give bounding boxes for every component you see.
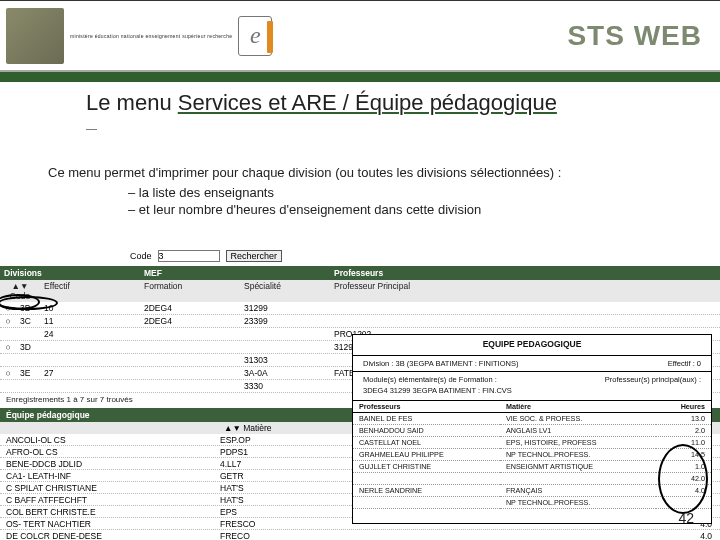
cell-spec: 31299	[240, 303, 330, 313]
pdf-pp-label: Professeur(s) principal(aux) :	[605, 375, 701, 384]
team-row: DE COLCR DENE-DESEFRECO4.0	[0, 530, 720, 540]
cell-spec: 3330	[240, 381, 330, 391]
hdr-mef: MEF	[140, 266, 330, 280]
pdf-division: Division : 3B (3EGPA BATIMENT : FINITION…	[363, 359, 518, 368]
cell-spec: 31303	[240, 355, 330, 365]
pdf-row: BENHADDOU SAIDANGLAIS LV12.0	[353, 425, 711, 437]
cell-form: 2DEG4	[140, 316, 240, 326]
pdf-effectif: Effectif : 0	[668, 359, 701, 368]
team-prof: C SPILAT CHRISTIANE	[0, 483, 220, 493]
topbar: ministère éducation nationale enseigneme…	[0, 0, 720, 72]
pdf-cell-h: 4.0	[656, 485, 711, 497]
pdf-division-line: Division : 3B (3EGPA BATIMENT : FINITION…	[353, 358, 711, 369]
pdf-cell-h: 14.5	[656, 449, 711, 461]
bullet-1: la liste des enseignants	[128, 184, 672, 202]
search-bar: Code Rechercher	[0, 248, 720, 262]
pdf-cell-h: 13.0	[656, 413, 711, 425]
bullet-list: la liste des enseignants et leur nombre …	[48, 184, 672, 219]
pdf-cell-mat: EPS, HISTOIRE, PROFESS	[500, 437, 656, 449]
sub-spec: Spécialité	[240, 280, 330, 302]
team-h: 4.0	[340, 531, 720, 541]
cell-code: 3C	[16, 316, 40, 326]
pdf-title: EQUIPE PEDAGOGIQUE	[353, 335, 711, 353]
pdf-cell-h: 1.0	[656, 461, 711, 473]
pdf-cell-mat: VIE SOC. & PROFESS.	[500, 413, 656, 425]
row-radio[interactable]: ○	[0, 368, 16, 378]
table-row[interactable]: ○3C112DEG423399	[0, 315, 720, 328]
pdf-row: CASTELLAT NOELEPS, HISTOIRE, PROFESS11.0	[353, 437, 711, 449]
team-prof: C BAFF ATFFECHFT	[0, 495, 220, 505]
pdf-cell-prof	[353, 473, 500, 485]
team-mat: 4.LL7	[220, 459, 340, 469]
team-prof: AFRO-OL CS	[0, 447, 220, 457]
cell-eff: 24	[40, 329, 140, 339]
sub-code[interactable]: ▲▼ Code	[0, 280, 40, 302]
row-radio[interactable]: ○	[0, 342, 16, 352]
team-mat: FRESCO	[220, 519, 340, 529]
pdf-cell-h: 2.0	[656, 425, 711, 437]
cell-spec: 3A-0A	[240, 368, 330, 378]
slide-title: Le menu Services et ARE / Équipe pédagog…	[0, 82, 720, 118]
row-radio[interactable]: ○	[0, 303, 16, 313]
title-underlined: Services et ARE / Équipe pédagogique	[178, 90, 557, 115]
pdf-tbody: BAINEL DE FESVIE SOC. & PROFESS.13.0BENH…	[353, 413, 711, 509]
cell-form: 2DEG4	[140, 303, 240, 313]
pdf-cell-prof: BENHADDOU SAID	[353, 425, 500, 437]
row-radio[interactable]: ○	[0, 316, 16, 326]
pdf-cell-prof: CASTELLAT NOEL	[353, 437, 500, 449]
pdf-mod-label: Module(s) élémentaire(s) de Formation :	[363, 375, 497, 384]
pdf-col-prof: Professeurs	[353, 401, 500, 413]
pdf-row: 42.0	[353, 473, 711, 485]
table-row[interactable]: ○3B102DEG431299	[0, 302, 720, 315]
hdr-divisions: Divisions	[0, 266, 140, 280]
pdf-cell-prof: GUJLLET CHRISTINE	[353, 461, 500, 473]
ministry-text: ministère éducation nationale enseigneme…	[70, 33, 232, 39]
pdf-col-h: Heures	[656, 401, 711, 413]
team-mat: FRECO	[220, 531, 340, 541]
pdf-cell-mat	[500, 473, 656, 485]
team-hdr-matiere[interactable]: ▲▼ Matière	[220, 422, 340, 434]
ministry-logo-icon: e	[238, 16, 272, 56]
students-photo	[6, 8, 64, 64]
bullet-2: et leur nombre d'heures d'enseignement d…	[128, 201, 672, 219]
cell-eff: 10	[40, 303, 140, 313]
pdf-cell-prof: GRAHMELEAU PHILIPPE	[353, 449, 500, 461]
pdf-cell-prof: BAINEL DE FES	[353, 413, 500, 425]
pdf-row: GUJLLET CHRISTINEENSEIGNMT ARTISTIQUE1.0	[353, 461, 711, 473]
logo-accent-bar	[267, 21, 273, 53]
pdf-cell-h	[656, 497, 711, 509]
pdf-col-mat: Matière	[500, 401, 656, 413]
cell-eff: 27	[40, 368, 140, 378]
team-mat: HAT'S	[220, 495, 340, 505]
sub-eff: Effectif	[40, 280, 140, 302]
team-prof: CA1- LEATH-INF	[0, 471, 220, 481]
pdf-cell-prof: NERLE SANDRINE	[353, 485, 500, 497]
pdf-cell-prof	[353, 497, 500, 509]
pdf-cell-mat: FRANÇAIS	[500, 485, 656, 497]
cell-spec: 23399	[240, 316, 330, 326]
body-text: Ce menu permet d'imprimer pour chaque di…	[0, 134, 720, 227]
cell-eff: 11	[40, 316, 140, 326]
search-button[interactable]: Rechercher	[226, 250, 283, 262]
page-number: 42	[678, 510, 694, 526]
team-prof: BENE-DDCB JDLID	[0, 459, 220, 469]
pdf-row: GRAHMELEAU PHILIPPENP TECHNOL.PROFESS.14…	[353, 449, 711, 461]
sub-form: Formation	[140, 280, 240, 302]
pdf-cell-mat: NP TECHNOL.PROFESS.	[500, 497, 656, 509]
search-label: Code	[130, 251, 152, 261]
intro-text: Ce menu permet d'imprimer pour chaque di…	[48, 164, 672, 182]
grid-subheader: ▲▼ Code Effectif Formation Spécialité Pr…	[0, 280, 720, 302]
grid-header: Divisions MEF Professeurs	[0, 266, 720, 280]
cell-code: 3B	[16, 303, 40, 313]
team-prof: ANCOLI-OL CS	[0, 435, 220, 445]
pdf-cell-mat: ANGLAIS LV1	[500, 425, 656, 437]
search-input[interactable]	[158, 250, 220, 262]
pdf-row: NERLE SANDRINEFRANÇAIS4.0	[353, 485, 711, 497]
pdf-mod-val: 3DEG4 31299 3EGPA BATIMENT : FIN.CVS	[363, 386, 512, 395]
team-mat: PDPS1	[220, 447, 340, 457]
pdf-cell-h: 42.0	[656, 473, 711, 485]
pdf-mod-val-line: 3DEG4 31299 3EGPA BATIMENT : FIN.CVS	[353, 385, 711, 396]
team-prof: DE COLCR DENE-DESE	[0, 531, 220, 541]
green-divider	[0, 72, 720, 82]
team-mat: ESP.OP	[220, 435, 340, 445]
